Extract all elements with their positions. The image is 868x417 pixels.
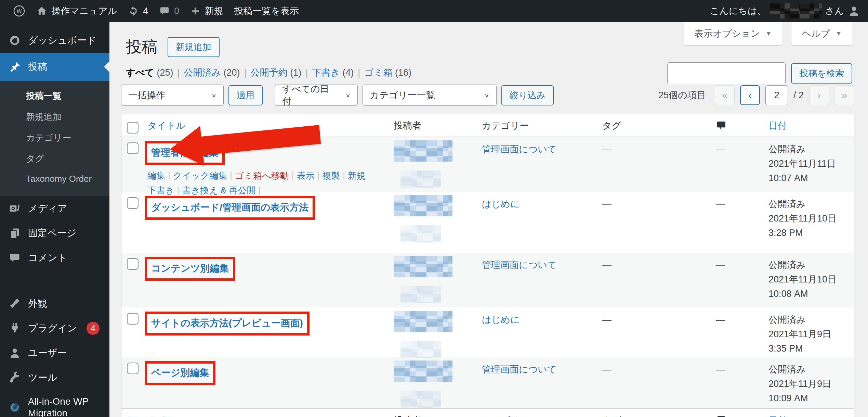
post-title-link[interactable]: 管理者情報編集 <box>151 147 218 158</box>
post-title-link[interactable]: ダッシュボード/管理画面の表示方法 <box>151 202 308 213</box>
tools-icon <box>8 371 21 384</box>
sidebar-item-label: 投稿 <box>28 61 47 73</box>
category-link[interactable]: はじめに <box>482 315 520 325</box>
sidebar-item-users[interactable]: ユーザー <box>0 341 109 365</box>
submenu-item[interactable]: タグ <box>0 148 109 169</box>
user-avatar-icon <box>847 4 860 17</box>
post-title-link[interactable]: ページ別編集 <box>151 367 209 378</box>
row-action-link[interactable]: ゴミ箱へ移動 <box>235 170 289 181</box>
row-checkbox[interactable] <box>127 142 139 154</box>
submenu-item[interactable]: Taxonomy Order <box>0 169 109 189</box>
category-link[interactable]: 管理画面について <box>482 364 557 375</box>
red-annotation-box: コンテンツ別編集 <box>145 257 235 281</box>
add-new-button[interactable]: 新規追加 <box>168 37 220 57</box>
sidebar-item-migration[interactable]: All-in-One WP Migration <box>0 390 109 417</box>
filter-count: (4) <box>342 67 354 78</box>
new-menu[interactable]: 新規 <box>185 0 228 22</box>
column-title-sort[interactable]: タイトル <box>147 414 185 417</box>
sidebar-item-comments[interactable]: コメント <box>0 245 109 270</box>
post-title-link[interactable]: コンテンツ別編集 <box>151 263 229 274</box>
sidebar-item-dashboard[interactable]: ダッシュボード <box>0 28 109 53</box>
select-all-checkbox[interactable] <box>127 122 139 134</box>
category-link[interactable]: 管理画面について <box>482 144 557 154</box>
search-posts-button[interactable]: 投稿を検索 <box>791 63 852 84</box>
sidebar-item-pages[interactable]: 固定ページ <box>0 221 109 245</box>
filter-link[interactable]: すべて (25) <box>126 67 173 78</box>
sidebar-item-pushpin[interactable]: 投稿 <box>0 53 109 81</box>
tags-empty-dash: — <box>602 315 611 325</box>
action-separator: | <box>317 170 320 181</box>
prev-page-button[interactable]: ‹ <box>740 85 760 105</box>
submenu-item[interactable]: 投稿一覧 <box>0 86 109 106</box>
row-action-link[interactable]: 表示 <box>297 170 315 181</box>
filter-link[interactable]: ゴミ箱 (16) <box>364 67 411 78</box>
table-header: タイトル 投稿者 カテゴリー タグ 日付 <box>121 114 854 137</box>
dashboard-icon <box>8 34 21 47</box>
row-checkbox[interactable] <box>127 313 139 325</box>
comments-empty-dash: — <box>716 315 725 325</box>
screen-options-button[interactable]: 表示オプション ▼ <box>684 22 782 46</box>
row-action-link[interactable]: 編集 <box>147 170 165 181</box>
filter-link[interactable]: 公開予約 (1) <box>251 67 302 78</box>
column-date-sort[interactable]: 日付 <box>768 414 787 417</box>
sidebar-item-label: コメント <box>28 252 67 264</box>
sidebar-item-label: ユーザー <box>28 347 67 359</box>
blurred-author-secondary <box>400 286 441 303</box>
red-annotation-box: ダッシュボード/管理画面の表示方法 <box>145 196 315 220</box>
apply-button[interactable]: 適用 <box>228 85 263 105</box>
blurred-author-secondary <box>400 225 441 242</box>
tags-empty-dash: — <box>602 144 611 154</box>
last-page-button[interactable]: » <box>834 85 854 105</box>
wp-logo-menu[interactable]: W <box>8 0 31 22</box>
search-input[interactable] <box>667 62 786 84</box>
posts-table: タイトル 投稿者 カテゴリー タグ 日付 管理者情報編集編集|クイック編集|ゴミ… <box>121 114 854 417</box>
column-title-sort[interactable]: タイトル <box>147 119 185 132</box>
new-label: 新規 <box>205 5 223 17</box>
category-filter-select[interactable]: カテゴリー一覧 ∨ <box>363 85 497 106</box>
site-name-menu[interactable]: 操作マニュアル <box>31 0 122 22</box>
blurred-author <box>394 140 452 162</box>
date-filter-select[interactable]: すべての日付 ∨ <box>275 85 358 106</box>
filter-button[interactable]: 絞り込み <box>501 85 554 105</box>
sidebar-item-media[interactable]: メディア <box>0 196 109 221</box>
submenu-item[interactable]: カテゴリー <box>0 127 109 148</box>
submenu-item[interactable]: 新規追加 <box>0 106 109 127</box>
comments-empty-dash: — <box>716 199 725 209</box>
current-page-input[interactable] <box>765 85 788 105</box>
items-count: 25個の項目 <box>658 89 706 101</box>
chevron-down-icon: ▼ <box>765 30 772 37</box>
my-account-menu[interactable]: こんにちは、 さん <box>710 3 860 18</box>
post-title-link[interactable]: サイトの表示方法(プレビュー画面) <box>151 318 303 328</box>
filter-link[interactable]: 下書き (4) <box>312 67 354 78</box>
screen-meta: 表示オプション ▼ ヘルプ ▼ <box>684 22 852 46</box>
sidebar-item-tools[interactable]: ツール <box>0 365 109 390</box>
sidebar-item-plugins[interactable]: プラグイン4 <box>0 316 109 341</box>
blurred-author-secondary <box>400 341 441 358</box>
table-row: ページ別編集管理画面について——公開済み2021年11月9日 10:09 AM <box>121 357 854 408</box>
row-action-link[interactable]: 複製 <box>322 170 340 181</box>
category-link[interactable]: 管理画面について <box>482 260 557 270</box>
bulk-action-select[interactable]: 一括操作 ∨ <box>121 85 224 106</box>
post-status: 公開済み <box>768 197 849 212</box>
row-action-link[interactable]: クイック編集 <box>173 170 227 181</box>
help-button[interactable]: ヘルプ ▼ <box>791 22 852 46</box>
sidebar-item-appearance[interactable]: 外観 <box>0 291 109 316</box>
users-icon <box>8 346 21 359</box>
row-checkbox[interactable] <box>127 363 139 374</box>
chevron-down-icon: ∨ <box>345 92 351 98</box>
admin-bar: W 操作マニュアル 4 0 新規 投稿一覧を表示 こんにちは、 さん <box>0 0 868 22</box>
column-date-sort[interactable]: 日付 <box>768 119 787 132</box>
view-posts-link[interactable]: 投稿一覧を表示 <box>228 0 304 22</box>
first-page-button[interactable]: « <box>715 85 735 105</box>
column-category: カテゴリー <box>476 114 597 137</box>
category-link[interactable]: はじめに <box>482 199 520 209</box>
row-checkbox[interactable] <box>127 197 139 209</box>
next-page-button[interactable]: › <box>809 85 829 105</box>
column-author: 投稿者 <box>388 409 476 417</box>
comments-empty-dash: — <box>716 144 725 154</box>
row-checkbox[interactable] <box>127 258 139 270</box>
blurred-author <box>394 256 452 277</box>
updates-menu[interactable]: 4 <box>122 0 154 22</box>
filter-link[interactable]: 公開済み (20) <box>184 67 240 78</box>
comments-menu[interactable]: 0 <box>154 0 185 22</box>
